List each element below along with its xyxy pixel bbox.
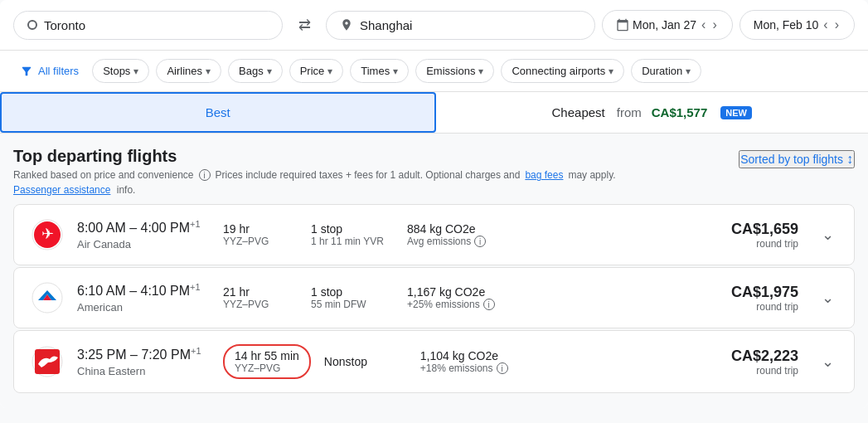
connecting-airports-filter-button[interactable]: Connecting airports ▾: [501, 59, 624, 83]
passenger-assistance-link[interactable]: Passenger assistance: [13, 184, 110, 196]
tab-cheapest-price: CA$1,577: [652, 105, 708, 119]
bags-chevron-icon: ▾: [267, 66, 272, 77]
all-filters-button[interactable]: All filters: [13, 60, 85, 83]
tab-cheapest-label: Cheapest: [552, 105, 605, 119]
info-icon: i: [199, 169, 211, 181]
sorted-by-button[interactable]: Sorted by top flights ↕: [739, 150, 855, 168]
tab-cheapest[interactable]: Cheapest from CA$1,577 NEW: [436, 92, 869, 133]
passenger-text: info.: [117, 184, 136, 196]
flight-duration-1: 19 hr YYZ–PVG: [223, 222, 298, 247]
bag-fees-link[interactable]: bag fees: [525, 169, 563, 181]
destination-input[interactable]: Shanghai: [326, 11, 595, 40]
search-bar: Toronto ⇄ Shanghai Mon, Jan 27 ‹ › Mon, …: [0, 0, 868, 51]
svg-text:✈: ✈: [41, 226, 54, 242]
flight-times-3: 3:25 PM – 7:20 PM+1 China Eastern: [77, 346, 210, 377]
departure-next-button[interactable]: ›: [710, 17, 718, 32]
air-canada-logo-svg: ✈: [32, 219, 63, 250]
origin-text: Toronto: [44, 18, 85, 32]
emissions-filter-button[interactable]: Emissions ▾: [415, 59, 494, 83]
flight-price-1: CA$1,659 round trip: [731, 221, 798, 250]
duration-filter-label: Duration: [642, 65, 682, 77]
duration-chevron-icon: ▾: [686, 66, 691, 77]
flight-duration-2: 21 hr YYZ–PVG: [223, 285, 298, 310]
connecting-airports-chevron-icon: ▾: [609, 66, 613, 77]
flight-stops-3: Nonstop: [324, 355, 407, 368]
new-badge: NEW: [720, 106, 752, 119]
return-date-picker[interactable]: Mon, Feb 10 ‹ ›: [739, 10, 855, 40]
flight-emissions-2: 1,167 kg CO2e +25% emissions i: [407, 285, 515, 310]
flight-expand-button-3[interactable]: ⌄: [818, 349, 837, 374]
flight-row[interactable]: ✈ 8:00 AM – 4:00 PM+1 Air Canada 19 hr Y…: [13, 204, 855, 265]
flight-time-text-1: 8:00 AM – 4:00 PM+1: [77, 219, 210, 236]
flight-time-text-2: 6:10 AM – 4:10 PM+1: [77, 282, 210, 299]
flight-airline-1: Air Canada: [77, 238, 210, 250]
china-eastern-logo-svg: [32, 346, 63, 377]
price-filter-button[interactable]: Price ▾: [289, 59, 344, 83]
origin-circle-icon: [27, 20, 37, 30]
calendar-icon: [616, 18, 629, 32]
departure-date-picker[interactable]: Mon, Jan 27 ‹ ›: [602, 10, 733, 40]
section-subtitle-row1: Ranked based on price and convenience i …: [13, 169, 616, 181]
airline-logo-china-eastern: [31, 345, 64, 378]
emissions-info-icon-2: i: [483, 299, 495, 310]
price-filter-label: Price: [300, 65, 325, 77]
emissions-info-icon-1: i: [474, 236, 486, 247]
tab-best[interactable]: Best: [0, 92, 436, 133]
subtitle-text1: Ranked based on price and convenience: [13, 169, 194, 181]
emissions-filter-label: Emissions: [426, 65, 475, 77]
flights-list: ✈ 8:00 AM – 4:00 PM+1 Air Canada 19 hr Y…: [13, 204, 855, 393]
flight-times-2: 6:10 AM – 4:10 PM+1 American: [77, 282, 210, 313]
destination-text: Shanghai: [360, 18, 412, 32]
tabs-bar: Best Cheapest from CA$1,577 NEW: [0, 92, 868, 134]
filters-icon: [20, 65, 33, 78]
tab-best-label: Best: [206, 105, 230, 119]
times-chevron-icon: ▾: [393, 66, 398, 77]
airlines-filter-button[interactable]: Airlines ▾: [156, 59, 221, 83]
american-airlines-logo-svg: [32, 282, 63, 314]
flight-stops-2: 1 stop 55 min DFW: [311, 285, 394, 310]
stops-filter-button[interactable]: Stops ▾: [92, 59, 149, 83]
airline-logo-air-canada: ✈: [31, 218, 64, 251]
swap-button[interactable]: ⇄: [289, 10, 319, 40]
subtitle-text2: Prices include required taxes + fees for…: [216, 169, 521, 181]
airline-logo-american: [31, 281, 64, 314]
departure-date: Mon, Jan 27: [633, 18, 696, 32]
section-header: Top departing flights Ranked based on pr…: [13, 147, 855, 196]
times-filter-button[interactable]: Times ▾: [350, 59, 409, 83]
duration-filter-button[interactable]: Duration ▾: [631, 59, 701, 83]
flight-row[interactable]: 6:10 AM – 4:10 PM+1 American 21 hr YYZ–P…: [13, 267, 855, 328]
flight-expand-button-2[interactable]: ⌄: [818, 285, 837, 310]
main-container: Toronto ⇄ Shanghai Mon, Jan 27 ‹ › Mon, …: [0, 0, 868, 408]
emissions-chevron-icon: ▾: [478, 66, 483, 77]
return-date: Mon, Feb 10: [754, 18, 819, 32]
times-filter-label: Times: [361, 65, 390, 77]
flight-price-2: CA$1,975 round trip: [731, 284, 798, 313]
swap-icon: ⇄: [298, 16, 311, 34]
flight-airline-2: American: [77, 301, 210, 314]
stops-chevron-icon: ▾: [133, 66, 138, 77]
sort-icon: ↕: [846, 152, 853, 167]
bags-filter-label: Bags: [239, 65, 264, 77]
duration-highlighted: 14 hr 55 min YYZ–PVG: [223, 344, 311, 379]
main-content: Top departing flights Ranked based on pr…: [0, 134, 868, 408]
connecting-airports-label: Connecting airports: [512, 65, 605, 77]
subtitle-text3: may apply.: [568, 169, 615, 181]
flight-expand-button-1[interactable]: ⌄: [818, 222, 837, 247]
bags-filter-button[interactable]: Bags ▾: [228, 59, 283, 83]
return-next-button[interactable]: ›: [833, 17, 841, 32]
emissions-info-icon-3: i: [497, 362, 508, 374]
origin-input[interactable]: Toronto: [13, 11, 283, 40]
price-chevron-icon: ▾: [327, 66, 332, 77]
departure-prev-button[interactable]: ‹: [700, 17, 707, 32]
filters-bar: All filters Stops ▾ Airlines ▾ Bags ▾ Pr…: [0, 51, 868, 92]
all-filters-label: All filters: [38, 65, 79, 77]
return-prev-button[interactable]: ‹: [822, 17, 829, 32]
stops-filter-label: Stops: [103, 65, 130, 77]
airlines-chevron-icon: ▾: [206, 66, 211, 77]
flight-row[interactable]: 3:25 PM – 7:20 PM+1 China Eastern 14 hr …: [13, 330, 855, 393]
airlines-filter-label: Airlines: [167, 65, 202, 77]
section-title: Top departing flights: [13, 147, 616, 166]
flight-time-text-3: 3:25 PM – 7:20 PM+1: [77, 346, 210, 362]
sorted-label-text: Sorted by top flights: [740, 153, 843, 166]
flight-times-1: 8:00 AM – 4:00 PM+1 Air Canada: [77, 219, 210, 250]
